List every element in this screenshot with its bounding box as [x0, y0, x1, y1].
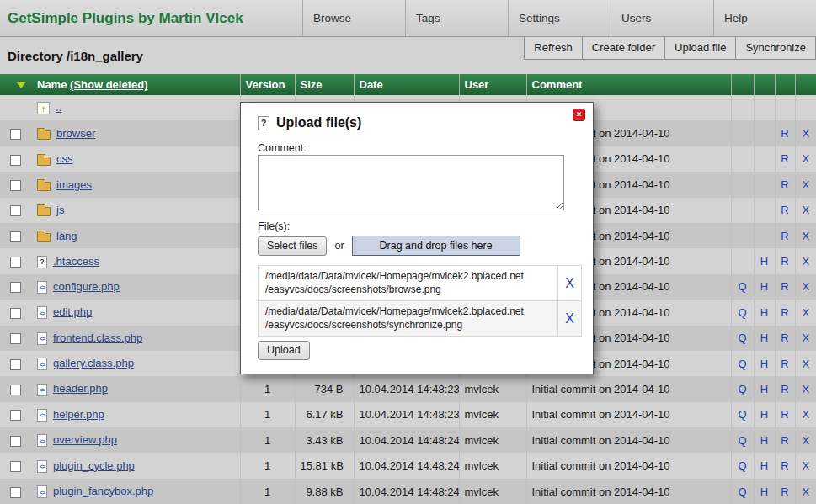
action-x-link[interactable]: X — [802, 306, 809, 319]
row-checkbox[interactable] — [10, 180, 21, 191]
action-r-link[interactable]: R — [781, 306, 788, 319]
action-x-link[interactable]: X — [802, 204, 809, 216]
action-h-link[interactable]: H — [760, 332, 768, 344]
file-name-link[interactable]: .htaccess — [53, 255, 99, 268]
row-checkbox[interactable] — [10, 410, 21, 421]
action-q-link[interactable]: Q — [738, 306, 746, 319]
synchronize-button[interactable]: Synchronize — [735, 37, 816, 60]
row-checkbox[interactable] — [10, 385, 21, 395]
action-q-link[interactable]: Q — [738, 459, 746, 472]
row-checkbox[interactable] — [10, 461, 21, 472]
file-name-link[interactable]: header.php — [53, 382, 108, 395]
action-x-link[interactable]: X — [802, 255, 809, 268]
action-r-link[interactable]: R — [781, 332, 788, 344]
action-q-link[interactable]: Q — [738, 280, 746, 293]
action-r-link[interactable]: R — [781, 383, 788, 395]
action-r-link[interactable]: R — [781, 178, 788, 191]
refresh-button[interactable]: Refresh — [524, 37, 583, 60]
action-r-link[interactable]: R — [781, 459, 788, 472]
file-name-link[interactable]: gallery.class.php — [53, 357, 134, 369]
comment-textarea[interactable] — [258, 155, 564, 210]
file-name-link[interactable]: frontend.class.php — [53, 332, 142, 344]
row-checkbox[interactable] — [10, 333, 21, 344]
file-name-link[interactable]: plugin_fancybox.php — [53, 485, 153, 497]
drag-drop-zone[interactable]: Drag and drop files here — [352, 236, 520, 256]
row-checkbox[interactable] — [10, 257, 21, 268]
remove-file-link[interactable]: X — [565, 276, 574, 291]
action-x-link[interactable]: X — [802, 280, 809, 293]
sort-down-icon[interactable] — [16, 82, 26, 88]
action-q-link[interactable]: Q — [738, 358, 746, 370]
action-x-link[interactable]: X — [802, 178, 809, 191]
row-checkbox[interactable] — [10, 359, 21, 370]
action-h-link[interactable]: H — [760, 280, 768, 293]
action-h-link[interactable]: H — [760, 255, 768, 268]
row-checkbox[interactable] — [10, 231, 21, 242]
remove-file-link[interactable]: X — [565, 311, 574, 326]
action-r-link[interactable]: R — [781, 485, 788, 498]
row-checkbox[interactable] — [10, 487, 21, 498]
checkbox-cell — [0, 453, 34, 478]
nav-item-tags[interactable]: Tags — [405, 0, 508, 36]
action-q-link[interactable]: Q — [738, 434, 746, 447]
row-checkbox[interactable] — [10, 129, 21, 140]
nav-item-help[interactable]: Help — [713, 0, 816, 36]
action-x-link[interactable]: X — [802, 434, 809, 447]
file-name-link[interactable]: js — [56, 204, 64, 216]
file-name-link[interactable]: browser — [56, 127, 95, 140]
nav-item-browse[interactable]: Browse — [302, 0, 405, 36]
action-r-link[interactable]: R — [781, 204, 788, 216]
action-h-link[interactable]: H — [760, 434, 768, 447]
file-name-link[interactable]: overview.php — [53, 433, 117, 446]
file-name-link[interactable]: helper.php — [53, 408, 104, 421]
action-h-link[interactable]: H — [760, 383, 768, 395]
action-r-link[interactable]: R — [781, 280, 788, 293]
file-name-link[interactable]: images — [56, 178, 92, 191]
action-r-link[interactable]: R — [781, 358, 788, 370]
row-checkbox[interactable] — [10, 436, 21, 447]
file-name-link[interactable]: edit.php — [53, 305, 92, 318]
row-checkbox[interactable] — [10, 205, 21, 216]
row-checkbox[interactable] — [10, 282, 21, 293]
file-name-link[interactable]: lang — [56, 230, 77, 242]
action-x-link[interactable]: X — [802, 127, 809, 140]
action-r-link[interactable]: R — [781, 255, 788, 268]
nav-item-users[interactable]: Users — [611, 0, 713, 36]
action-q-link[interactable]: Q — [738, 332, 746, 344]
action-x-link[interactable]: X — [802, 383, 809, 395]
action-r-link[interactable]: R — [781, 434, 788, 447]
upload-button[interactable]: Upload — [258, 341, 310, 360]
action-q-link[interactable]: Q — [738, 408, 746, 421]
action-q-link[interactable]: Q — [738, 383, 746, 395]
action-h-link[interactable]: H — [760, 358, 768, 370]
action-h-link[interactable]: H — [760, 485, 768, 498]
action-x-link[interactable]: X — [802, 408, 809, 421]
create-folder-button[interactable]: Create folder — [582, 37, 665, 60]
checkbox-cell — [0, 223, 34, 248]
action-r-link[interactable]: R — [781, 408, 788, 421]
upload-file-button[interactable]: Upload file — [664, 37, 736, 60]
action-h-link[interactable]: H — [760, 306, 768, 319]
action-h-link[interactable]: H — [760, 408, 768, 421]
action-q-link[interactable]: Q — [738, 485, 746, 498]
file-name-link[interactable]: plugin_cycle.php — [53, 459, 135, 472]
file-name-link[interactable]: .. — [56, 101, 61, 114]
nav-item-settings[interactable]: Settings — [508, 0, 611, 36]
action-x-link[interactable]: X — [802, 230, 809, 242]
action-r-link[interactable]: R — [781, 152, 788, 165]
action-r-link[interactable]: R — [781, 127, 788, 140]
file-name-link[interactable]: configure.php — [53, 280, 120, 293]
close-icon[interactable]: ✕ — [573, 109, 585, 121]
show-deleted-link[interactable]: (Show deleted) — [70, 78, 147, 91]
action-x-link[interactable]: X — [802, 332, 809, 344]
row-checkbox[interactable] — [10, 155, 21, 166]
select-files-button[interactable]: Select files — [258, 236, 327, 256]
action-x-link[interactable]: X — [802, 358, 809, 370]
action-h-link[interactable]: H — [760, 459, 768, 472]
action-x-link[interactable]: X — [802, 152, 809, 165]
row-checkbox[interactable] — [10, 308, 21, 319]
action-r-link[interactable]: R — [781, 230, 788, 242]
action-x-link[interactable]: X — [802, 459, 809, 472]
action-x-link[interactable]: X — [802, 485, 809, 498]
file-name-link[interactable]: css — [56, 152, 73, 165]
